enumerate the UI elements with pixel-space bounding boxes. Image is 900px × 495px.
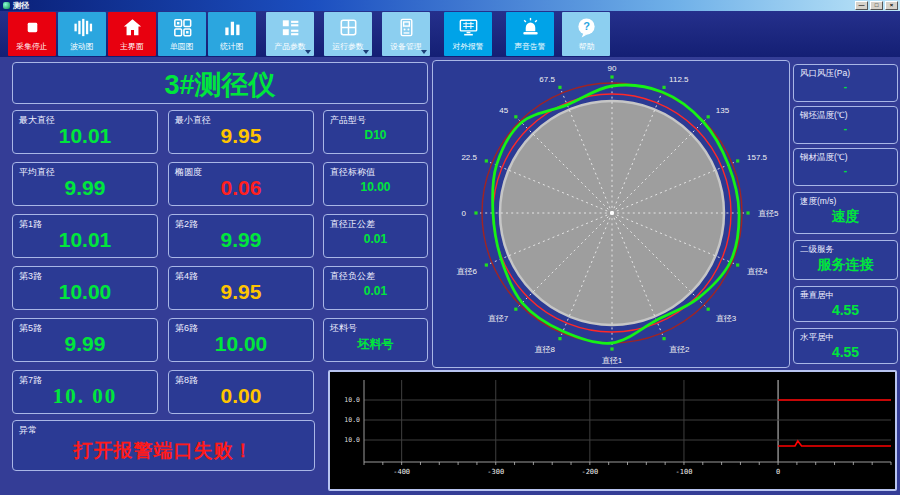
status-value: 速度 <box>794 208 897 226</box>
toolbar: 采集停止波动图主界面单圆图统计图产品参数运行参数设备管理对外报警声音告警?帮助 <box>0 11 900 57</box>
svg-text:-300: -300 <box>487 468 504 476</box>
field-value: 10.00 <box>169 332 313 356</box>
status-二级服务: 二级服务服务连接 <box>793 240 898 280</box>
status-label: 水平居中 <box>800 332 834 344</box>
status-value: 服务连接 <box>794 256 897 274</box>
field-第1路: 第1路10.01 <box>12 214 158 258</box>
status-value: - <box>794 81 897 92</box>
field-第8路: 第8路0.00 <box>168 370 314 414</box>
field-value: 10.00 <box>13 280 157 304</box>
svg-text:直径1: 直径1 <box>602 356 623 365</box>
status-速度(m/s): 速度(m/s)速度 <box>793 192 898 234</box>
field-value: 10.00 <box>324 180 427 194</box>
gauge-title: 3#测径仪 <box>13 67 427 103</box>
status-label: 钢材温度(℃) <box>800 152 848 164</box>
field-最大直径: 最大直径10.01 <box>12 110 158 154</box>
toolbar-button-产品参数[interactable]: 产品参数 <box>266 12 314 56</box>
field-第4路: 第4路9.95 <box>168 266 314 310</box>
field-直径负公差: 直径负公差0.01 <box>323 266 428 310</box>
svg-text:直径4: 直径4 <box>747 267 768 276</box>
field-value: 9.95 <box>169 280 313 304</box>
app-window: 测径 — □ × 采集停止波动图主界面单圆图统计图产品参数运行参数设备管理对外报… <box>0 0 900 495</box>
field-label: 直径标称值 <box>330 166 375 179</box>
abnormal-label: 异常 <box>19 424 37 437</box>
svg-text:45: 45 <box>499 106 508 115</box>
diameter-trend-chart: 10.010.010.0-400-300-200-1000 <box>330 372 895 489</box>
field-value: 0.01 <box>324 284 427 298</box>
svg-text:直径2: 直径2 <box>669 345 690 354</box>
stop-icon <box>21 14 44 40</box>
svg-text:135: 135 <box>716 106 730 115</box>
app-icon <box>3 2 10 9</box>
field-第6路: 第6路10.00 <box>168 318 314 362</box>
toolbar-button-label: 声音告警 <box>514 41 545 52</box>
field-label: 坯料号 <box>330 322 357 335</box>
svg-text:直径3: 直径3 <box>716 314 737 323</box>
svg-text:-100: -100 <box>676 468 693 476</box>
field-第3路: 第3路10.00 <box>12 266 158 310</box>
toolbar-button-波动图[interactable]: 波动图 <box>58 12 106 56</box>
svg-text:10.0: 10.0 <box>344 416 360 424</box>
svg-text:157.5: 157.5 <box>747 153 768 162</box>
svg-text:10.0: 10.0 <box>344 396 360 404</box>
status-风口风压(Pa): 风口风压(Pa)- <box>793 64 898 102</box>
waveform-icon <box>71 14 94 40</box>
svg-text:10.0: 10.0 <box>344 436 360 444</box>
window-controls: — □ × <box>855 1 898 10</box>
toolbar-button-统计图[interactable]: 统计图 <box>208 12 256 56</box>
svg-text:112.5: 112.5 <box>669 75 689 84</box>
field-第7路: 第7路10. 00 <box>12 370 158 414</box>
toolbar-button-label: 帮助 <box>578 41 594 52</box>
svg-text:22.5: 22.5 <box>461 153 477 162</box>
svg-text:-400: -400 <box>393 468 410 476</box>
svg-text:?: ? <box>583 20 590 32</box>
toolbar-button-运行参数[interactable]: 运行参数 <box>324 12 372 56</box>
svg-text:90: 90 <box>608 64 617 73</box>
toolbar-button-label: 波动图 <box>70 41 93 52</box>
svg-text:67.5: 67.5 <box>539 75 555 84</box>
field-直径正公差: 直径正公差0.01 <box>323 214 428 258</box>
toolbar-button-设备管理[interactable]: 设备管理 <box>382 12 430 56</box>
status-水平居中: 水平居中4.55 <box>793 328 898 364</box>
field-value: 0.06 <box>169 176 313 200</box>
toolbar-button-对外报警[interactable]: 对外报警 <box>444 12 492 56</box>
field-label: 直径负公差 <box>330 270 375 283</box>
svg-text:直径5: 直径5 <box>758 209 779 218</box>
toolbar-button-主界面[interactable]: 主界面 <box>108 12 156 56</box>
maximize-button[interactable]: □ <box>870 1 883 10</box>
svg-text:-200: -200 <box>581 468 598 476</box>
field-value: 10.01 <box>13 124 157 148</box>
field-value: 0.01 <box>324 232 427 246</box>
toolbar-button-label: 对外报警 <box>452 41 483 52</box>
chevron-down-icon <box>363 50 369 54</box>
polar-profile-chart: 022.54567.590112.5135157.5直径5直径4直径3直径2直径… <box>433 61 789 367</box>
toolbar-button-采集停止[interactable]: 采集停止 <box>8 12 56 56</box>
toolbar-button-帮助[interactable]: ?帮助 <box>562 12 610 56</box>
status-value: - <box>794 165 897 176</box>
toolbar-button-label: 采集停止 <box>16 41 47 52</box>
titlebar: 测径 — □ × <box>0 0 900 11</box>
close-button[interactable]: × <box>885 1 898 10</box>
gauge-title-panel: 3#测径仪 <box>12 62 428 104</box>
circle-grid-icon <box>171 14 194 40</box>
status-value: 4.55 <box>794 344 897 360</box>
svg-text:直径6: 直径6 <box>457 267 478 276</box>
chevron-down-icon <box>421 50 427 54</box>
status-垂直居中: 垂直居中4.55 <box>793 286 898 322</box>
home-icon <box>121 14 144 40</box>
toolbar-button-label: 单圆图 <box>170 41 193 52</box>
minimize-button[interactable]: — <box>855 1 868 10</box>
toolbar-button-label: 运行参数 <box>332 41 363 52</box>
toolbar-button-声音告警[interactable]: 声音告警 <box>506 12 554 56</box>
status-label: 速度(m/s) <box>800 196 836 208</box>
field-value: 10.01 <box>13 228 157 252</box>
status-label: 风口风压(Pa) <box>800 68 850 80</box>
toolbar-button-label: 主界面 <box>120 41 143 52</box>
svg-text:直径8: 直径8 <box>534 345 555 354</box>
field-坯料号: 坯料号坯料号 <box>323 318 428 362</box>
toolbar-button-label: 设备管理 <box>390 41 421 52</box>
chevron-down-icon <box>305 50 311 54</box>
toolbar-button-单圆图[interactable]: 单圆图 <box>158 12 206 56</box>
toolbar-button-label: 产品参数 <box>274 41 305 52</box>
run-params-icon <box>337 14 360 40</box>
